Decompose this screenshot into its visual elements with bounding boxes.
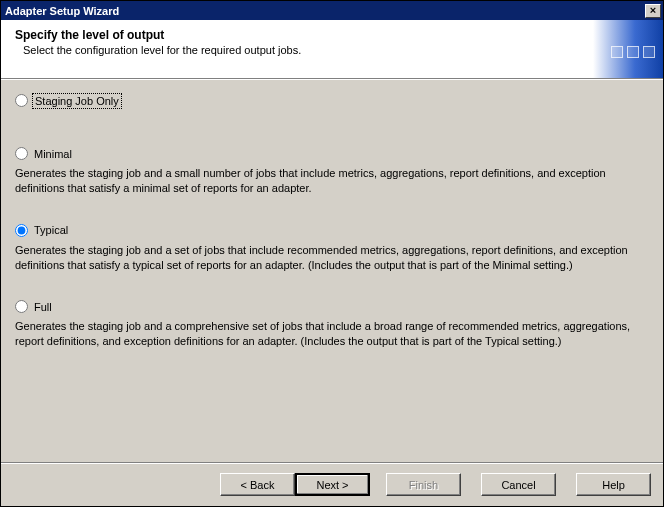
radio-full-label[interactable]: Full <box>34 301 52 313</box>
radio-typical-label[interactable]: Typical <box>34 224 68 236</box>
option-staging: Staging Job Only <box>15 94 649 107</box>
window-title: Adapter Setup Wizard <box>5 5 119 17</box>
option-typical: Typical Generates the staging job and a … <box>15 224 649 273</box>
back-button[interactable]: < Back <box>220 473 295 496</box>
nav-button-group: < Back Next > <box>220 473 370 496</box>
radio-staging[interactable] <box>15 94 28 107</box>
cancel-button[interactable]: Cancel <box>481 473 556 496</box>
radio-staging-label[interactable]: Staging Job Only <box>34 95 120 107</box>
titlebar: Adapter Setup Wizard × <box>1 1 663 20</box>
header-decor <box>611 46 655 58</box>
radio-typical[interactable] <box>15 224 28 237</box>
radio-full[interactable] <box>15 300 28 313</box>
finish-button: Finish <box>386 473 461 496</box>
wizard-content: Staging Job Only Minimal Generates the s… <box>1 80 663 462</box>
option-minimal: Minimal Generates the staging job and a … <box>15 147 649 196</box>
wizard-footer: < Back Next > Finish Cancel Help <box>1 462 663 506</box>
page-title: Specify the level of output <box>15 28 649 42</box>
help-button[interactable]: Help <box>576 473 651 496</box>
wizard-window: Adapter Setup Wizard × Specify the level… <box>0 0 664 507</box>
radio-minimal-label[interactable]: Minimal <box>34 148 72 160</box>
full-description: Generates the staging job and a comprehe… <box>15 319 649 349</box>
option-full: Full Generates the staging job and a com… <box>15 300 649 349</box>
close-icon[interactable]: × <box>645 4 661 18</box>
typical-description: Generates the staging job and a set of j… <box>15 243 649 273</box>
radio-minimal[interactable] <box>15 147 28 160</box>
minimal-description: Generates the staging job and a small nu… <box>15 166 649 196</box>
page-subtitle: Select the configuration level for the r… <box>23 44 649 56</box>
next-button[interactable]: Next > <box>295 473 370 496</box>
wizard-header: Specify the level of output Select the c… <box>1 20 663 78</box>
